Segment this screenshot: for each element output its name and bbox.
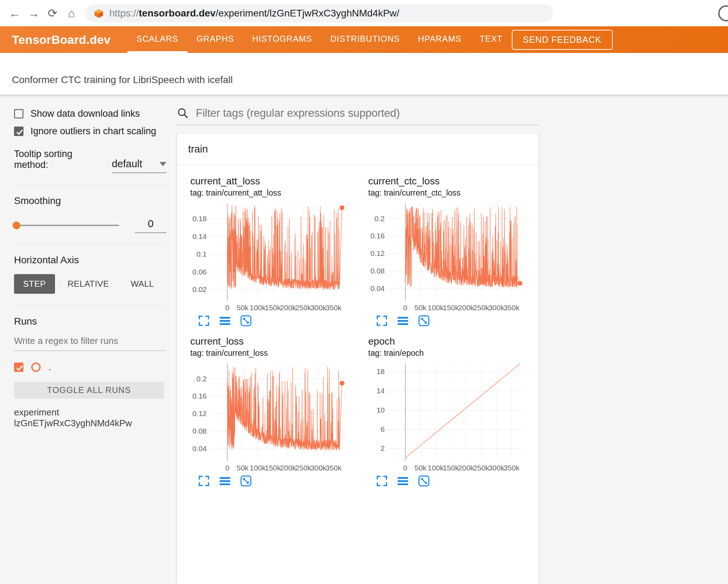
browser-toolbar: ← → ⟳ ⌂ https://tensorboard.dev/experime… <box>0 0 728 26</box>
divider <box>14 185 166 185</box>
tab-distributions[interactable]: DISTRIBUTIONS <box>321 26 409 53</box>
svg-text:0.12: 0.12 <box>192 409 207 417</box>
run-color-swatch <box>31 362 41 372</box>
svg-text:50k: 50k <box>236 464 248 472</box>
horizontal-lines-icon[interactable] <box>397 475 409 487</box>
svg-text:150k: 150k <box>265 304 281 312</box>
run-checkbox[interactable] <box>14 362 23 372</box>
slider-thumb[interactable] <box>13 222 20 229</box>
favicon-icon <box>94 8 104 18</box>
svg-text:0.16: 0.16 <box>192 392 207 400</box>
wall-button[interactable]: WALL <box>122 274 163 294</box>
show-download-links-checkbox[interactable] <box>14 109 23 118</box>
fit-to-frame-icon[interactable] <box>240 475 252 487</box>
app-logo: TensorBoard.dev <box>12 33 111 47</box>
svg-text:0: 0 <box>403 464 407 472</box>
app-header: TensorBoard.dev SCALARS GRAPHS HISTOGRAM… <box>0 26 728 53</box>
svg-text:10: 10 <box>377 406 385 414</box>
ignore-outliers-label: Ignore outliers in chart scaling <box>30 126 156 137</box>
svg-text:250k: 250k <box>473 464 489 472</box>
section-title-train[interactable]: train <box>177 134 538 165</box>
horizontal-axis-label: Horizontal Axis <box>14 254 166 266</box>
svg-text:350k: 350k <box>503 304 520 312</box>
smoothing-row <box>14 218 166 232</box>
svg-text:100k: 100k <box>428 304 444 312</box>
svg-text:0.1: 0.1 <box>197 250 207 258</box>
chart-toolbar <box>190 315 354 327</box>
chart-card-current-loss: current_loss tag: train/current_loss 0.0… <box>180 329 358 489</box>
smoothing-slider[interactable] <box>14 225 119 226</box>
settings-sidebar: Show data download links Ignore outliers… <box>0 95 177 584</box>
fit-to-frame-icon[interactable] <box>418 475 430 487</box>
run-filter-input[interactable] <box>14 331 166 351</box>
show-download-links-label: Show data download links <box>30 108 140 119</box>
back-icon[interactable]: ← <box>6 5 23 22</box>
fullscreen-icon[interactable] <box>198 475 210 487</box>
svg-text:0.06: 0.06 <box>192 268 207 276</box>
fullscreen-icon[interactable] <box>198 315 210 327</box>
address-bar[interactable]: https://tensorboard.dev/experiment/lzGnE… <box>85 4 553 22</box>
svg-text:0.04: 0.04 <box>192 444 207 453</box>
chart-toolbar <box>368 475 532 487</box>
svg-text:200k: 200k <box>280 464 296 472</box>
profile-avatar[interactable] <box>718 5 728 21</box>
svg-text:6: 6 <box>380 425 385 433</box>
horizontal-lines-icon[interactable] <box>219 475 231 487</box>
step-button[interactable]: STEP <box>14 274 55 294</box>
chart-card-current-ctc-loss: current_ctc_loss tag: train/current_ctc_… <box>358 169 536 329</box>
relative-button[interactable]: RELATIVE <box>59 274 118 294</box>
toggle-all-runs-button[interactable]: TOGGLE ALL RUNS <box>14 382 164 399</box>
tab-text[interactable]: TEXT <box>471 26 511 53</box>
home-icon[interactable]: ⌂ <box>63 5 80 22</box>
horizontal-lines-icon[interactable] <box>219 315 231 327</box>
horizontal-lines-icon[interactable] <box>397 315 409 327</box>
svg-text:300k: 300k <box>310 464 327 472</box>
chart-tag: tag: train/current_ctc_loss <box>368 188 532 198</box>
forward-icon[interactable]: → <box>25 5 42 22</box>
tab-graphs[interactable]: GRAPHS <box>187 26 243 53</box>
tag-filter-input[interactable] <box>195 107 538 120</box>
ignore-outliers-checkbox[interactable] <box>14 127 23 136</box>
search-icon <box>177 107 189 119</box>
fullscreen-icon[interactable] <box>376 315 388 327</box>
url-text: https://tensorboard.dev/experiment/lzGnE… <box>109 8 399 19</box>
svg-text:0.04: 0.04 <box>370 284 385 292</box>
tab-hparams[interactable]: HPARAMS <box>409 26 471 53</box>
svg-text:14: 14 <box>377 387 385 395</box>
svg-text:50k: 50k <box>414 464 426 472</box>
smoothing-value-input[interactable] <box>135 218 166 233</box>
send-feedback-button[interactable]: SEND FEEDBACK <box>512 30 613 50</box>
tag-filter-row <box>177 107 538 125</box>
scalar-chart[interactable]: 26101418050k100k150k200k250k300k350k <box>368 361 529 474</box>
svg-text:0.14: 0.14 <box>192 232 207 240</box>
chevron-down-icon <box>159 162 166 166</box>
svg-text:0.2: 0.2 <box>197 375 207 383</box>
runs-label: Runs <box>14 316 166 327</box>
fit-to-frame-icon[interactable] <box>418 315 430 327</box>
fullscreen-icon[interactable] <box>376 475 388 487</box>
scalar-chart[interactable]: 0.040.080.120.160.2050k100k150k200k250k3… <box>368 201 529 313</box>
svg-text:100k: 100k <box>250 464 266 472</box>
tooltip-sorting-select[interactable]: default <box>112 158 166 173</box>
divider <box>14 244 166 245</box>
fit-to-frame-icon[interactable] <box>240 315 252 327</box>
svg-text:0.18: 0.18 <box>192 215 207 223</box>
chart-tag: tag: train/current_loss <box>190 348 354 358</box>
experiment-id: experiment lzGnETjwRxC3yghNMd4kPw <box>14 407 166 429</box>
chart-toolbar <box>190 475 354 487</box>
svg-text:350k: 350k <box>503 464 520 472</box>
scalar-chart[interactable]: 0.020.060.10.140.18050k100k150k200k250k3… <box>190 201 351 313</box>
tooltip-sorting-row: Tooltip sorting method: default <box>14 149 166 173</box>
chart-tag: tag: train/epoch <box>368 348 532 358</box>
scalar-chart[interactable]: 0.040.080.120.160.2050k100k150k200k250k3… <box>190 361 351 474</box>
svg-text:150k: 150k <box>443 464 459 472</box>
svg-text:350k: 350k <box>325 304 342 312</box>
chart-title: current_ctc_loss <box>368 176 532 187</box>
chart-card-epoch: epoch tag: train/epoch 26101418050k100k1… <box>358 329 536 489</box>
tab-histograms[interactable]: HISTOGRAMS <box>243 26 321 53</box>
run-name: . <box>48 361 51 373</box>
tooltip-sorting-label: Tooltip sorting method: <box>14 149 104 173</box>
reload-icon[interactable]: ⟳ <box>44 5 61 22</box>
tab-scalars[interactable]: SCALARS <box>128 26 187 53</box>
svg-text:200k: 200k <box>280 304 296 312</box>
